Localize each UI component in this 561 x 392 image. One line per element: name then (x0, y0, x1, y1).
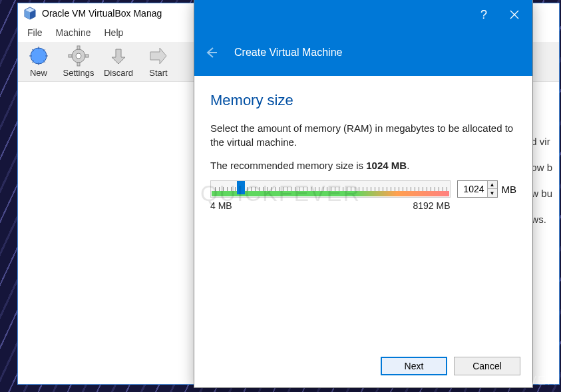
svg-rect-18 (85, 55, 89, 57)
menu-machine[interactable]: Machine (49, 25, 98, 41)
dialog-title: Create Virtual Machine (234, 47, 342, 59)
memory-input[interactable] (458, 181, 487, 197)
close-icon (510, 10, 519, 19)
spin-up-button[interactable]: ▲ (488, 181, 497, 189)
memory-slider[interactable] (210, 180, 451, 198)
slider-min-label: 4 MB (210, 200, 232, 211)
back-button[interactable] (201, 43, 221, 63)
create-vm-dialog: ? Create Virtual Machine Memory size Sel… (194, 0, 533, 388)
spin-down-button[interactable]: ▼ (488, 189, 497, 197)
menu-file[interactable]: File (21, 25, 49, 41)
start-button[interactable]: Start (142, 45, 175, 78)
settings-button[interactable]: Settings (62, 45, 95, 78)
unit-label: MB (502, 184, 517, 195)
slider-max-label: 8192 MB (413, 200, 450, 211)
svg-rect-17 (69, 55, 72, 57)
dialog-titlebar: ? (194, 0, 532, 29)
svg-rect-16 (77, 63, 80, 66)
window-title: Oracle VM VirtualBox Manag (42, 8, 162, 19)
page-heading: Memory size (210, 92, 516, 109)
help-button[interactable]: ? (468, 0, 499, 29)
new-button[interactable]: New (22, 45, 55, 78)
dialog-header: Create Virtual Machine (194, 29, 532, 76)
discard-button[interactable]: Discard (102, 45, 135, 78)
back-arrow-icon (204, 45, 218, 60)
dialog-body: Memory size Select the amount of memory … (194, 76, 532, 349)
gear-icon (68, 45, 89, 67)
help-icon: ? (480, 8, 487, 22)
memory-spinbox[interactable]: ▲ ▼ (457, 180, 498, 198)
start-label: Start (149, 68, 167, 78)
discard-icon (108, 45, 129, 67)
new-icon (28, 45, 49, 67)
recommended-text: The recommended memory size is 1024 MB. (210, 160, 516, 171)
close-button[interactable] (499, 0, 530, 29)
virtualbox-logo-icon (23, 7, 37, 20)
discard-label: Discard (104, 68, 133, 78)
next-button[interactable]: Next (381, 357, 447, 375)
svg-point-14 (76, 53, 81, 59)
slider-thumb[interactable] (237, 180, 245, 194)
start-icon (148, 45, 169, 67)
new-label: New (30, 68, 47, 78)
description-text: Select the amount of memory (RAM) in meg… (210, 121, 516, 149)
dialog-footer: Next Cancel (194, 349, 532, 387)
settings-label: Settings (63, 68, 94, 78)
chevron-down-icon: ▼ (490, 190, 495, 196)
svg-rect-15 (77, 46, 80, 49)
menu-help[interactable]: Help (97, 25, 130, 41)
chevron-up-icon: ▲ (490, 182, 495, 188)
cancel-button[interactable]: Cancel (454, 357, 520, 375)
